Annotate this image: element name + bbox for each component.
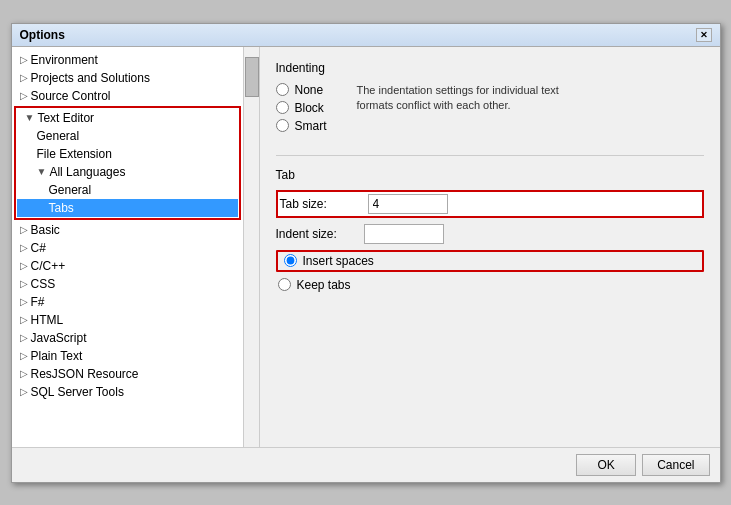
expand-arrow: ▷ <box>20 224 28 235</box>
title-bar: Options ✕ <box>12 24 720 47</box>
expand-arrow: ▼ <box>37 166 47 177</box>
insert-spaces-radio[interactable] <box>284 254 297 267</box>
keep-tabs-label: Keep tabs <box>297 278 351 292</box>
options-dialog: Options ✕ ▷ Environment ▷ Projects and S… <box>11 23 721 483</box>
indenting-radio-group: None Block Smart <box>276 83 327 133</box>
smart-radio[interactable] <box>276 119 289 132</box>
none-radio[interactable] <box>276 83 289 96</box>
tab-size-input[interactable] <box>368 194 448 214</box>
sidebar-item-general[interactable]: General <box>17 127 238 145</box>
smart-label: Smart <box>295 119 327 133</box>
block-row: Block <box>276 101 327 115</box>
block-label: Block <box>295 101 324 115</box>
sidebar-item-label: General <box>37 129 80 143</box>
sidebar-item-cpp[interactable]: ▷ C/C++ <box>12 257 243 275</box>
ok-button[interactable]: OK <box>576 454 636 476</box>
sidebar-item-label: Source Control <box>31 89 111 103</box>
indent-size-row: Indent size: <box>276 224 704 244</box>
tree-scrollbar[interactable] <box>243 47 259 447</box>
insert-spaces-row: Insert spaces <box>276 250 704 272</box>
insert-spaces-label: Insert spaces <box>303 254 374 268</box>
block-radio[interactable] <box>276 101 289 114</box>
sidebar-item-html[interactable]: ▷ HTML <box>12 311 243 329</box>
close-button[interactable]: ✕ <box>696 28 712 42</box>
sidebar-item-label: ResJSON Resource <box>31 367 139 381</box>
indenting-section: Indenting None Block Smart <box>276 61 704 143</box>
sidebar-item-fsharp[interactable]: ▷ F# <box>12 293 243 311</box>
sidebar-item-javascript[interactable]: ▷ JavaScript <box>12 329 243 347</box>
indent-top: None Block Smart The indentation setting… <box>276 83 704 143</box>
sidebar-item-label: C# <box>31 241 46 255</box>
sidebar-item-basic[interactable]: ▷ Basic <box>12 221 243 239</box>
window-title: Options <box>20 28 65 42</box>
keep-tabs-radio[interactable] <box>278 278 291 291</box>
expand-arrow: ▷ <box>20 386 28 397</box>
expand-arrow: ▷ <box>20 242 28 253</box>
sidebar-item-plain-text[interactable]: ▷ Plain Text <box>12 347 243 365</box>
divider <box>276 155 704 156</box>
sidebar-item-projects-and-solutions[interactable]: ▷ Projects and Solutions <box>12 69 243 87</box>
sidebar-item-sql-server[interactable]: ▷ SQL Server Tools <box>12 383 243 401</box>
sidebar-item-label: Environment <box>31 53 98 67</box>
sidebar-item-label: Projects and Solutions <box>31 71 150 85</box>
expand-arrow: ▷ <box>20 350 28 361</box>
sidebar-item-label: All Languages <box>49 165 125 179</box>
none-row: None <box>276 83 327 97</box>
sidebar-item-label: Tabs <box>49 201 74 215</box>
cancel-button[interactable]: Cancel <box>642 454 709 476</box>
smart-row: Smart <box>276 119 327 133</box>
sidebar-item-label: Basic <box>31 223 60 237</box>
sidebar-item-text-editor[interactable]: ▼ Text Editor <box>17 109 238 127</box>
expand-arrow: ▼ <box>25 112 35 123</box>
expand-arrow: ▷ <box>20 278 28 289</box>
tab-size-label: Tab size: <box>280 197 360 211</box>
right-panel: Indenting None Block Smart <box>260 47 720 447</box>
tab-section-title: Tab <box>276 168 704 182</box>
sidebar-item-environment[interactable]: ▷ Environment <box>12 51 243 69</box>
sidebar-item-label: C/C++ <box>31 259 66 273</box>
sidebar-item-tabs[interactable]: Tabs <box>17 199 238 217</box>
expand-arrow: ▷ <box>20 332 28 343</box>
sidebar-item-file-extension[interactable]: File Extension <box>17 145 238 163</box>
none-label: None <box>295 83 324 97</box>
sidebar-item-label: General <box>49 183 92 197</box>
indent-size-label: Indent size: <box>276 227 356 241</box>
left-panel: ▷ Environment ▷ Projects and Solutions ▷… <box>12 47 260 447</box>
sidebar-item-label: File Extension <box>37 147 112 161</box>
sidebar-item-all-languages-general[interactable]: General <box>17 181 238 199</box>
expand-arrow: ▷ <box>20 368 28 379</box>
bottom-bar: OK Cancel <box>12 447 720 482</box>
sidebar-item-csharp[interactable]: ▷ C# <box>12 239 243 257</box>
expand-arrow: ▷ <box>20 260 28 271</box>
sidebar-item-label: CSS <box>31 277 56 291</box>
sidebar-item-resjson[interactable]: ▷ ResJSON Resource <box>12 365 243 383</box>
sidebar-item-label: JavaScript <box>31 331 87 345</box>
sidebar-item-label: F# <box>31 295 45 309</box>
expand-arrow: ▷ <box>20 296 28 307</box>
title-bar-buttons: ✕ <box>696 28 712 42</box>
text-editor-group: ▼ Text Editor General File Extension ▼ <box>14 106 241 220</box>
expand-arrow: ▷ <box>20 90 28 101</box>
sidebar-item-css[interactable]: ▷ CSS <box>12 275 243 293</box>
indenting-info-text: The indentation settings for individual … <box>357 83 577 143</box>
keep-tabs-row: Keep tabs <box>276 278 704 292</box>
expand-arrow: ▷ <box>20 314 28 325</box>
sidebar-item-all-languages[interactable]: ▼ All Languages <box>17 163 238 181</box>
sidebar-item-source-control[interactable]: ▷ Source Control <box>12 87 243 105</box>
sidebar-item-label: SQL Server Tools <box>31 385 124 399</box>
expand-arrow: ▷ <box>20 72 28 83</box>
indenting-title: Indenting <box>276 61 704 75</box>
tab-size-row: Tab size: <box>276 190 704 218</box>
expand-arrow: ▷ <box>20 54 28 65</box>
tree: ▷ Environment ▷ Projects and Solutions ▷… <box>12 47 243 405</box>
sidebar-item-label: Text Editor <box>37 111 94 125</box>
sidebar-item-label: HTML <box>31 313 64 327</box>
content-area: ▷ Environment ▷ Projects and Solutions ▷… <box>12 47 720 447</box>
tab-section: Tab Tab size: Indent size: Insert spaces <box>276 168 704 292</box>
indent-size-input[interactable] <box>364 224 444 244</box>
scrollbar-thumb[interactable] <box>245 57 259 97</box>
sidebar-item-label: Plain Text <box>31 349 83 363</box>
